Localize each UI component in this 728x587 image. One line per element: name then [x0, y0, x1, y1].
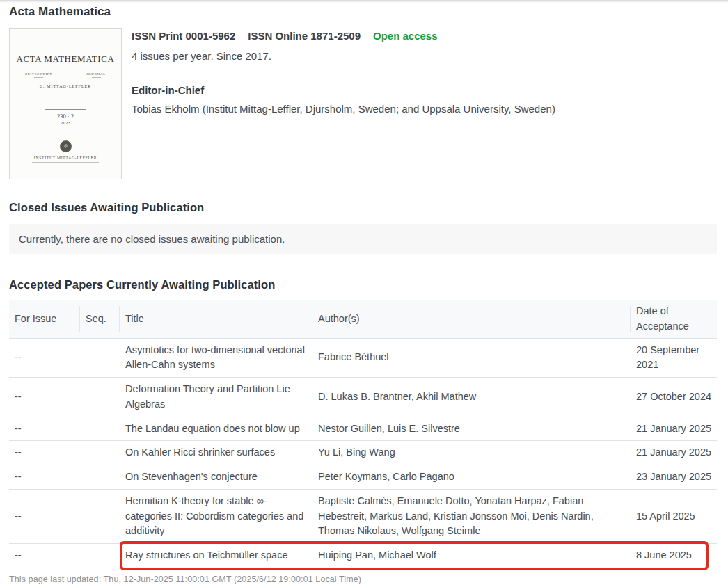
page-title: Acta Mathematica: [9, 5, 111, 19]
cover-institute: INSTITUT MITTAG-LEFFLER: [10, 156, 121, 160]
cell-date: 23 January 2025: [631, 465, 717, 490]
cell-authors: D. Lukas B. Brantner, Akhil Mathew: [312, 378, 631, 417]
accepted-papers-heading: Accepted Papers Currently Awaiting Publi…: [9, 278, 717, 291]
table-row: --Asymtotics for two-dimensional vectori…: [9, 338, 717, 378]
table-row: --Ray structures on Teichmüller spaceHui…: [9, 544, 717, 568]
issn-print: ISSN Print 0001-5962: [132, 29, 235, 44]
table-row: --On Kähler Ricci shrinker surfacesYu Li…: [9, 441, 717, 465]
cell-authors: Nestor Guillen, Luis E. Silvestre: [312, 417, 631, 441]
table-row: --On Stevenhagen's conjecturePeter Koyma…: [9, 465, 717, 490]
open-access-badge: Open access: [373, 29, 438, 44]
column-header-seq: Seq.: [80, 300, 120, 338]
cell-for-issue: --: [9, 544, 80, 568]
cell-title: The Landau equation does not blow up: [120, 417, 312, 441]
closed-issues-notice: Currently, there are no closed issues aw…: [9, 224, 717, 254]
journal-status-page: Acta Mathematica ACTA MATHEMATICA ZEITSC…: [0, 0, 728, 584]
table-header: For IssueSeq.TitleAuthor(s)Date of Accep…: [9, 300, 717, 338]
cell-date: 15 April 2025: [631, 489, 717, 543]
table-row: --Deformation Theory and Partition Lie A…: [9, 378, 717, 417]
frequency-text: 4 issues per year. Since 2017.: [132, 49, 555, 64]
page-header: Acta Mathematica: [9, 5, 717, 19]
last-updated-text: This page last updated: Thu, 12-Jun-2025…: [9, 574, 717, 584]
cell-title: Asymtotics for two-dimensional vectorial…: [120, 338, 312, 378]
issn-online: ISSN Online 1871-2509: [248, 29, 361, 44]
editor-in-chief-label: Editor-in-Chief: [132, 83, 555, 98]
cell-for-issue: --: [9, 338, 80, 378]
cell-date: 21 January 2025: [631, 417, 717, 441]
issn-line: ISSN Print 0001-5962 ISSN Online 1871-25…: [132, 29, 555, 44]
accepted-papers-table: For IssueSeq.TitleAuthor(s)Date of Accep…: [9, 300, 717, 568]
cell-title: Hermitian K-theory for stable ∞-categori…: [120, 489, 312, 543]
cell-authors: Peter Koymans, Carlo Pagano: [312, 465, 631, 490]
institute-seal-icon: [60, 140, 72, 152]
column-header-date-of-acceptance: Date of Acceptance: [631, 300, 717, 338]
cell-for-issue: --: [9, 441, 80, 465]
cover-volume: 230 · 2: [10, 113, 121, 120]
cover-labels: ZEITSCHRIFT JOURNAL: [10, 72, 121, 78]
cell-date: 21 January 2025: [631, 441, 717, 465]
cell-authors: Fabrice Béthuel: [312, 338, 631, 378]
cell-authors: Baptiste Calmès, Emanuele Dotto, Yonatan…: [312, 489, 631, 543]
cover-institute-subline: [32, 162, 99, 163]
cell-for-issue: --: [9, 465, 80, 490]
cell-date: 8 June 2025: [631, 544, 717, 568]
column-header-title: Title: [120, 300, 312, 338]
closed-issues-heading: Closed Issues Awaiting Publication: [9, 201, 717, 214]
column-header-for-issue: For Issue: [9, 300, 80, 338]
table-header-row: For IssueSeq.TitleAuthor(s)Date of Accep…: [9, 300, 717, 338]
cell-title: On Kähler Ricci shrinker surfaces: [120, 441, 312, 465]
cell-date: 27 October 2024: [631, 378, 717, 417]
title-divider: [120, 15, 717, 15]
cover-divider: [45, 109, 86, 110]
editor-in-chief-name: Tobias Ekholm (Institut Mittag-Leffler, …: [132, 102, 555, 117]
journal-meta: ISSN Print 0001-5962 ISSN Online 1871-25…: [132, 28, 555, 179]
column-header-author-s: Author(s): [312, 300, 631, 338]
table-row: --The Landau equation does not blow upNe…: [9, 417, 717, 441]
cell-for-issue: --: [9, 489, 80, 543]
cell-seq: [80, 441, 120, 465]
cell-seq: [80, 378, 120, 417]
journal-info-section: ACTA MATHEMATICA ZEITSCHRIFT JOURNAL G. …: [9, 28, 717, 179]
cell-seq: [80, 489, 120, 543]
cover-title: ACTA MATHEMATICA: [10, 54, 121, 65]
cover-label-right: JOURNAL: [86, 72, 106, 78]
cell-for-issue: --: [9, 378, 80, 417]
cell-title: Deformation Theory and Partition Lie Alg…: [120, 378, 312, 417]
cell-seq: [80, 338, 120, 378]
table-row: --Hermitian K-theory for stable ∞-catego…: [9, 489, 717, 543]
cell-title: On Stevenhagen's conjecture: [120, 465, 312, 490]
cell-authors: Yu Li, Bing Wang: [312, 441, 631, 465]
cell-seq: [80, 544, 120, 568]
cell-seq: [80, 465, 120, 490]
cover-editor: G. MITTAG-LEFFLER: [10, 84, 121, 88]
cover-label-left: ZEITSCHRIFT: [25, 72, 52, 78]
cell-date: 20 September 2021: [631, 338, 717, 378]
table-body: --Asymtotics for two-dimensional vectori…: [9, 338, 717, 568]
cell-for-issue: --: [9, 417, 80, 441]
cell-authors: Huiping Pan, Michael Wolf: [312, 544, 631, 568]
cell-title: Ray structures on Teichmüller space: [120, 544, 312, 568]
cell-seq: [80, 417, 120, 441]
cover-year: 2023: [10, 120, 121, 126]
journal-cover-image: ACTA MATHEMATICA ZEITSCHRIFT JOURNAL G. …: [9, 28, 122, 179]
